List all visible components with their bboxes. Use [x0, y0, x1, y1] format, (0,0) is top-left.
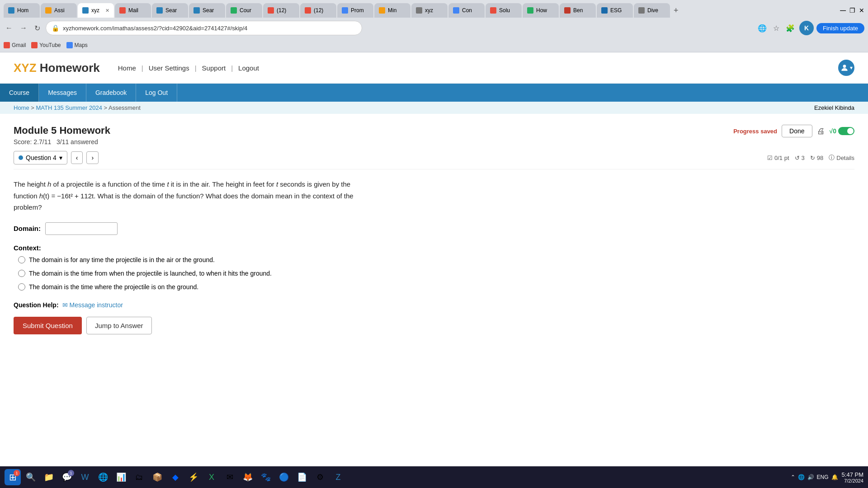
tab-how[interactable]: How: [523, 3, 559, 18]
extension-icon[interactable]: 🧩: [784, 22, 797, 34]
tab-yt2[interactable]: (12): [300, 3, 336, 18]
nav-logout[interactable]: Logout: [238, 64, 259, 72]
meta-details[interactable]: ⓘ Details: [829, 154, 854, 162]
next-question-button[interactable]: ›: [86, 151, 99, 164]
print-button[interactable]: 🖨: [817, 127, 825, 136]
volume-icon[interactable]: 🔊: [807, 474, 814, 480]
tab-close-xyz[interactable]: ✕: [105, 8, 109, 14]
tab-home[interactable]: Hom: [4, 3, 40, 18]
svg-point-0: [843, 65, 846, 68]
user-avatar[interactable]: ▾: [838, 60, 854, 76]
main-content: Module 5 Homework Score: 2.7/11 3/11 ans…: [0, 114, 868, 345]
maximize-button[interactable]: ❐: [849, 7, 855, 14]
taskbar-settings[interactable]: ⚙: [312, 469, 328, 485]
finish-update-button[interactable]: Finish update: [816, 23, 864, 33]
question-dropdown[interactable]: Question 4 ▾: [14, 151, 67, 164]
radio-input-2[interactable]: [18, 270, 25, 277]
close-button[interactable]: ✕: [859, 7, 864, 14]
course-nav-gradebook[interactable]: Gradebook: [86, 84, 136, 102]
taskbar-office[interactable]: 📊: [113, 469, 129, 485]
taskbar-dropbox[interactable]: ◆: [167, 469, 184, 485]
bookmark-gmail[interactable]: Gmail: [4, 42, 26, 48]
breadcrumb-home[interactable]: Home: [14, 104, 29, 111]
tab-dive[interactable]: Dive: [634, 3, 670, 18]
back-button[interactable]: ←: [4, 22, 14, 34]
bookmark-youtube[interactable]: YouTube: [31, 42, 61, 48]
taskbar-start-button[interactable]: ⊞ 1: [5, 469, 21, 485]
bell-icon[interactable]: 🔔: [831, 474, 838, 480]
course-nav-logout[interactable]: Log Out: [136, 84, 177, 102]
network-icon[interactable]: 🌐: [798, 474, 805, 480]
tab-solu[interactable]: Solu: [486, 3, 522, 18]
domain-input[interactable]: [45, 222, 118, 235]
radio-option-1[interactable]: The domain is for any time the projectil…: [18, 256, 854, 263]
bookmark-maps[interactable]: Maps: [66, 42, 88, 48]
v0-toggle[interactable]: [838, 127, 854, 135]
radio-input-1[interactable]: [18, 256, 25, 263]
chevron-icon[interactable]: ⌃: [791, 474, 795, 480]
taskbar-file-explorer[interactable]: 📁: [41, 469, 57, 485]
refresh-button[interactable]: ↻: [33, 22, 42, 34]
tab-cour[interactable]: Cour: [226, 3, 262, 18]
address-bar[interactable]: 🔒 xyzhomework.com/imathas/assess2/?cid=4…: [46, 21, 362, 35]
taskbar-notion[interactable]: ⚡: [185, 469, 202, 485]
taskbar-zoom[interactable]: Z: [330, 469, 346, 485]
taskbar-pdf[interactable]: 📄: [294, 469, 310, 485]
tab-favicon-cour: [231, 7, 237, 14]
nav-sep-1: |: [142, 64, 143, 72]
formula: h: [39, 192, 43, 200]
radio-option-2[interactable]: The domain is the time from when the pro…: [18, 270, 854, 277]
user-profile-icon[interactable]: K: [799, 21, 814, 35]
new-tab-button[interactable]: +: [671, 6, 681, 15]
taskbar-firefox[interactable]: 🦊: [240, 469, 256, 485]
taskbar-files[interactable]: 🗂: [131, 469, 147, 485]
message-instructor-link[interactable]: ✉ Message instructor: [62, 301, 123, 309]
prev-question-button[interactable]: ‹: [71, 151, 83, 164]
tab-yt1[interactable]: (12): [263, 3, 299, 18]
taskbar-teams[interactable]: 💬 1: [59, 469, 75, 485]
tab-ben[interactable]: Ben: [560, 3, 596, 18]
bookmark-icon[interactable]: ☆: [771, 22, 781, 34]
taskbar-edge[interactable]: 🌐: [95, 469, 111, 485]
minimize-button[interactable]: ─: [840, 6, 846, 15]
taskbar-app1[interactable]: 🐾: [258, 469, 274, 485]
taskbar-amazon[interactable]: 📦: [149, 469, 165, 485]
tab-gpro[interactable]: Prom: [337, 3, 373, 18]
tab-min[interactable]: Min: [374, 3, 410, 18]
submit-question-button[interactable]: Submit Question: [14, 317, 82, 334]
context-section: Context: The domain is for any time the …: [14, 244, 854, 291]
folder-icon: 📁: [44, 472, 54, 482]
tab-mail[interactable]: Mail: [115, 3, 151, 18]
tab-xyz2[interactable]: xyz: [411, 3, 448, 18]
tab-favicon-sear2: [193, 7, 200, 14]
tab-label-esg: ESG: [610, 7, 622, 14]
taskbar-mail[interactable]: ✉: [222, 469, 238, 485]
breadcrumb-course[interactable]: MATH 135 Summer 2024: [36, 104, 102, 111]
taskbar-search[interactable]: 🔍: [23, 469, 39, 485]
tab-xyz[interactable]: xyz ✕: [78, 3, 114, 18]
nav-user-settings[interactable]: User Settings: [149, 64, 189, 72]
tab-sear1[interactable]: Sear: [152, 3, 188, 18]
taskbar-clock[interactable]: 5:47 PM 7/2/2024: [842, 471, 863, 483]
jump-to-answer-button[interactable]: Jump to Answer: [86, 317, 152, 334]
taskbar-word[interactable]: W: [77, 469, 93, 485]
tab-assi[interactable]: Assi: [41, 3, 77, 18]
radio-input-3[interactable]: [18, 283, 25, 291]
course-nav-course[interactable]: Course: [0, 84, 39, 102]
tab-gcon[interactable]: Con: [448, 3, 485, 18]
tab-sear2[interactable]: Sear: [189, 3, 225, 18]
done-button[interactable]: Done: [782, 125, 812, 137]
taskbar-excel[interactable]: X: [203, 469, 220, 485]
translate-icon[interactable]: 🌐: [756, 22, 769, 34]
forward-button[interactable]: →: [18, 22, 29, 34]
domain-row: Domain:: [14, 222, 854, 235]
course-nav-messages[interactable]: Messages: [39, 84, 86, 102]
tab-label-home: Hom: [17, 7, 28, 14]
tab-favicon-gcon: [453, 7, 459, 14]
tab-esg[interactable]: ESG: [597, 3, 633, 18]
nav-home[interactable]: Home: [118, 64, 136, 72]
taskbar-chrome[interactable]: 🔵: [276, 469, 292, 485]
radio-option-3[interactable]: The domain is the time where the project…: [18, 283, 854, 291]
site-header: XYZ Homework Home | User Settings | Supp…: [0, 52, 868, 84]
nav-support[interactable]: Support: [202, 64, 226, 72]
